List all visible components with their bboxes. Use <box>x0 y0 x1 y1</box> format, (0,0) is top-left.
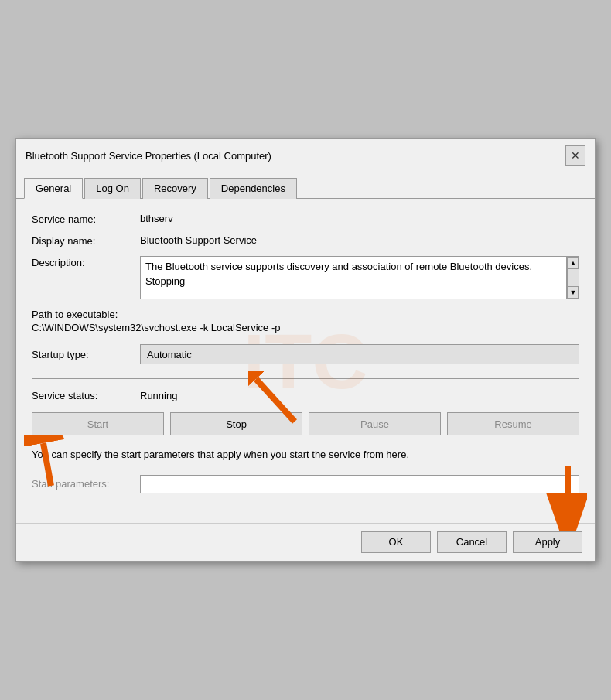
divider <box>32 378 579 379</box>
close-button[interactable]: ✕ <box>565 145 585 166</box>
start-params-label: Start parameters: <box>32 478 140 490</box>
service-status-label: Service status: <box>32 390 140 401</box>
properties-dialog: Bluetooth Support Service Properties (Lo… <box>15 138 596 561</box>
tab-logon[interactable]: Log On <box>84 178 141 199</box>
stop-button[interactable]: Stop <box>170 412 302 435</box>
service-name-row: Service name: bthserv <box>32 213 579 225</box>
tab-recovery[interactable]: Recovery <box>142 178 208 199</box>
service-status-value: Running <box>140 390 177 401</box>
title-bar: Bluetooth Support Service Properties (Lo… <box>16 139 595 172</box>
scroll-down-arrow[interactable]: ▼ <box>568 286 579 299</box>
display-name-row: Display name: Bluetooth Support Service <box>32 234 579 247</box>
general-tab-content: Service name: bthserv Display name: Blue… <box>16 199 595 522</box>
dialog-title: Bluetooth Support Service Properties (Lo… <box>26 150 271 162</box>
display-name-value: Bluetooth Support Service <box>140 234 257 246</box>
description-wrapper: The Bluetooth service supports discovery… <box>140 256 579 299</box>
start-button[interactable]: Start <box>32 412 164 435</box>
display-name-label: Display name: <box>32 234 140 247</box>
startup-type-row: Startup type: Automatic Automatic (Delay… <box>32 344 579 364</box>
ok-button[interactable]: OK <box>361 531 431 553</box>
service-buttons-row: Start Stop Pause Resume <box>32 412 579 435</box>
tab-general[interactable]: General <box>24 178 83 199</box>
service-name-label: Service name: <box>32 213 140 225</box>
description-row: Description: The Bluetooth service suppo… <box>32 256 579 299</box>
scroll-up-arrow[interactable]: ▲ <box>568 257 579 269</box>
tabs-container: General Log On Recovery Dependencies <box>16 172 595 199</box>
service-status-row: Service status: Running <box>32 390 579 401</box>
startup-type-label: Startup type: <box>32 349 140 360</box>
description-scrollbar[interactable]: ▲ ▼ <box>567 256 579 299</box>
start-params-row: Start parameters: <box>32 475 579 493</box>
path-section: Path to executable: C:\WINDOWS\system32\… <box>32 309 579 333</box>
service-name-value: bthserv <box>140 213 173 224</box>
resume-button[interactable]: Resume <box>447 412 579 435</box>
path-label: Path to executable: <box>32 309 579 320</box>
cancel-button[interactable]: Cancel <box>437 531 507 553</box>
content-area: ITC Service name: bthserv Display name: … <box>16 199 595 522</box>
pause-button[interactable]: Pause <box>309 412 441 435</box>
dialog-footer: OK Cancel Apply <box>16 523 595 561</box>
description-text[interactable]: The Bluetooth service supports discovery… <box>140 256 567 299</box>
startup-type-select[interactable]: Automatic Automatic (Delayed Start) Manu… <box>140 344 579 364</box>
apply-button[interactable]: Apply <box>513 531 582 553</box>
tab-dependencies[interactable]: Dependencies <box>210 178 297 199</box>
startup-type-select-wrapper: Automatic Automatic (Delayed Start) Manu… <box>140 344 579 364</box>
help-text: You can specify the start parameters tha… <box>32 448 579 462</box>
path-value: C:\WINDOWS\system32\svchost.exe -k Local… <box>32 322 579 333</box>
start-params-input[interactable] <box>140 475 579 493</box>
description-label: Description: <box>32 256 140 268</box>
